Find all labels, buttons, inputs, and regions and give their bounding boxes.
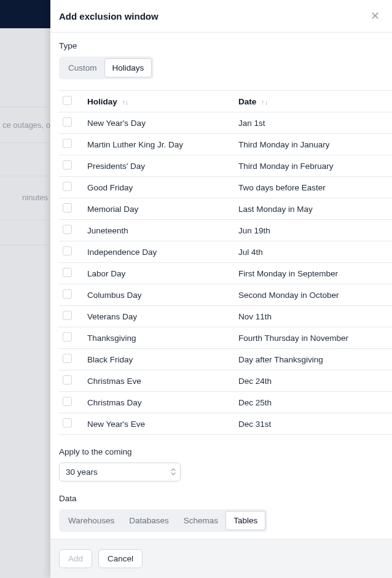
holiday-date: Dec 25th [235,392,392,413]
type-tab-holidays[interactable]: Holidays [104,58,152,77]
holiday-date: Day after Thanksgiving [235,349,392,370]
header-date[interactable]: Date ↑↓ [235,91,392,112]
row-checkbox-cell [59,284,84,306]
holiday-date: Dec 24th [235,370,392,392]
apply-select[interactable]: 30 years [59,463,181,482]
row-checkbox-cell [59,155,84,177]
data-label: Data [59,494,392,503]
data-tab-tables[interactable]: Tables [225,511,265,530]
table-row: Presidents' DayThird Monday in February [59,155,392,177]
holiday-date: Fourth Thursday in November [235,327,392,349]
row-checkbox[interactable] [63,160,72,170]
data-tab-databases[interactable]: Databases [122,511,176,530]
table-row: Martin Luther King Jr. DayThird Monday i… [59,134,392,155]
add-button[interactable]: Add [59,549,92,568]
modal-title: Add exclusion window [59,11,159,21]
type-segmented-control: Custom Holidays [59,57,154,79]
apply-select-wrap: 30 years [59,463,181,482]
header-date-label: Date [238,97,256,106]
cancel-button[interactable]: Cancel [98,549,143,568]
close-icon: ✕ [370,9,380,23]
modal-footer: Add Cancel [50,539,392,578]
holiday-date: Two days before Easter [235,177,392,198]
row-checkbox[interactable] [63,182,72,191]
holiday-name: Christmas Eve [84,370,235,392]
row-checkbox[interactable] [63,418,72,428]
row-checkbox[interactable] [63,332,72,342]
type-tab-custom[interactable]: Custom [61,58,104,77]
table-row: Independence DayJul 4th [59,241,392,263]
row-checkbox[interactable] [63,117,72,127]
table-row: ThanksgivingFourth Thursday in November [59,327,392,349]
data-segmented-control: Warehouses Databases Schemas Tables [59,509,267,532]
holiday-name: Independence Day [84,241,235,263]
row-checkbox[interactable] [63,246,72,256]
row-checkbox[interactable] [63,268,72,277]
holiday-name: Good Friday [84,177,235,198]
row-checkbox-cell [59,177,84,198]
row-checkbox-cell [59,220,84,241]
row-checkbox-cell [59,306,84,327]
apply-label: Apply to the coming [59,447,392,456]
row-checkbox-cell [59,327,84,349]
row-checkbox-cell [59,370,84,392]
holiday-date: Jun 19th [235,220,392,241]
table-row: New Year's EveDec 31st [59,413,392,435]
row-checkbox[interactable] [63,289,72,299]
row-checkbox[interactable] [63,311,72,320]
holiday-date: Jan 1st [235,112,392,134]
row-checkbox-cell [59,392,84,413]
row-checkbox-cell [59,134,84,155]
holidays-table: Holiday ↑↓ Date ↑↓ New Year's DayJan 1st… [59,90,392,435]
holiday-name: Columbus Day [84,284,235,306]
data-tab-schemas[interactable]: Schemas [176,511,225,530]
row-checkbox-cell [59,112,84,134]
holiday-date: Third Monday in February [235,155,392,177]
close-button[interactable]: ✕ [367,9,382,23]
table-row: Veterans DayNov 11th [59,306,392,327]
row-checkbox[interactable] [63,225,72,234]
sort-icon: ↑↓ [261,98,268,106]
holiday-date: Last Monday in May [235,198,392,220]
table-row: JuneteenthJun 19th [59,220,392,241]
table-row: Memorial DayLast Monday in May [59,198,392,220]
table-row: Black FridayDay after Thanksgiving [59,349,392,370]
holiday-date: Jul 4th [235,241,392,263]
modal-body: Type Custom Holidays Holiday ↑↓ Date ↑↓ [50,33,392,539]
table-row: Christmas DayDec 25th [59,392,392,413]
row-checkbox[interactable] [63,203,72,213]
header-checkbox-cell [59,91,84,112]
row-checkbox-cell [59,263,84,284]
holiday-date: Dec 31st [235,413,392,435]
row-checkbox[interactable] [63,139,72,148]
row-checkbox-cell [59,241,84,263]
holiday-name: Thanksgiving [84,327,235,349]
modal-header: Add exclusion window ✕ [50,0,392,33]
row-checkbox-cell [59,413,84,435]
row-checkbox[interactable] [63,354,72,363]
holiday-name: Black Friday [84,349,235,370]
holiday-name: Christmas Day [84,392,235,413]
table-row: New Year's DayJan 1st [59,112,392,134]
holiday-name: Martin Luther King Jr. Day [84,134,235,155]
table-row: Labor DayFirst Monday in September [59,263,392,284]
header-holiday[interactable]: Holiday ↑↓ [84,91,235,112]
row-checkbox-cell [59,198,84,220]
type-label: Type [59,41,392,50]
header-holiday-label: Holiday [87,97,117,106]
row-checkbox[interactable] [63,397,72,406]
table-row: Christmas EveDec 24th [59,370,392,392]
holiday-name: Juneteenth [84,220,235,241]
row-checkbox-cell [59,349,84,370]
holiday-date: First Monday in September [235,263,392,284]
holiday-date: Nov 11th [235,306,392,327]
table-row: Good FridayTwo days before Easter [59,177,392,198]
holiday-date: Third Monday in January [235,134,392,155]
select-all-checkbox[interactable] [63,96,72,105]
holiday-name: New Year's Day [84,112,235,134]
holiday-name: Labor Day [84,263,235,284]
row-checkbox[interactable] [63,375,72,385]
data-tab-warehouses[interactable]: Warehouses [61,511,122,530]
sort-icon: ↑↓ [122,98,129,106]
holiday-name: Presidents' Day [84,155,235,177]
